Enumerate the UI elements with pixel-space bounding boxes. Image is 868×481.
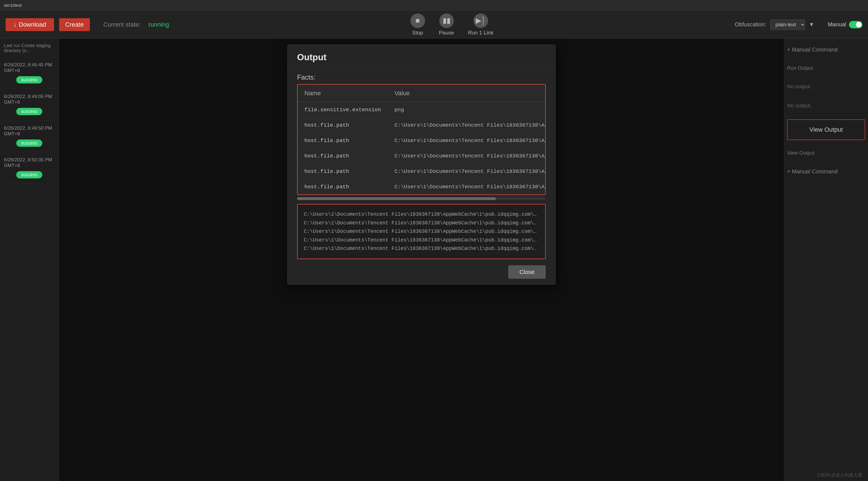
table-cell-name: host.file.path xyxy=(298,118,388,133)
create-button[interactable]: Create xyxy=(59,18,90,31)
obfuscation-label: Obfuscation: xyxy=(735,21,766,28)
stop-button[interactable]: ■ Stop xyxy=(410,13,425,36)
table-cell-value: C:\Users\1\Documents\Tencent Files\18363… xyxy=(388,164,546,179)
col-value-header: Value xyxy=(388,85,546,102)
timeline-time: 6/26/2022, 8:49:50 PM GMT+8 xyxy=(4,125,55,137)
scroll-thumb xyxy=(297,197,496,200)
table-cell-value: C:\Users\1\Documents\Tencent Files\18363… xyxy=(388,118,546,133)
table-cell-name: host.file.path xyxy=(298,148,388,164)
manual-command-top-button[interactable]: + Manual Command xyxy=(787,44,865,55)
terminal-line: C:\Users\1\Documents\Tencent Files\18363… xyxy=(304,244,539,253)
right-panel: + Manual Command Run Output No output. N… xyxy=(784,39,868,481)
table-cell-name: file.sensitive.extension xyxy=(298,102,388,118)
main-layout: Last run Create staging directory (o... … xyxy=(0,39,868,481)
timeline-item: 6/26/2022, 8:50:35 PM GMT+8 success xyxy=(0,152,59,184)
sidebar: Last run Create staging directory (o... … xyxy=(0,39,59,481)
run-icon: ▶│ xyxy=(473,13,488,28)
terminal-line: C:\Users\1\Documents\Tencent Files\18363… xyxy=(304,227,539,236)
table-row: host.file.pathC:\Users\1\Documents\Tence… xyxy=(298,179,546,195)
modal-overlay: Output Facts: Name Value file.sensitive.… xyxy=(59,39,784,481)
manual-command-bottom-button[interactable]: + Manual Command xyxy=(787,166,865,177)
table-cell-name: host.file.path xyxy=(298,179,388,195)
chevron-down-icon: ▼ xyxy=(809,21,814,28)
table-row: host.file.pathC:\Users\1\Documents\Tence… xyxy=(298,133,546,148)
terminal-line: C:\Users\1\Documents\Tencent Files\18363… xyxy=(304,210,539,219)
table-row: host.file.pathC:\Users\1\Documents\Tence… xyxy=(298,164,546,179)
table-row: host.file.pathC:\Users\1\Documents\Tence… xyxy=(298,148,546,164)
table-cell-value: C:\Users\1\Documents\Tencent Files\18363… xyxy=(388,179,546,195)
table-row: host.file.pathC:\Users\1\Documents\Tence… xyxy=(298,118,546,133)
toolbar: ↓ Download Create Current state: running… xyxy=(0,11,868,39)
timeline-badge: success xyxy=(16,171,42,178)
timeline-badge: success xyxy=(16,108,42,115)
timeline-time: 6/26/2022, 8:50:35 PM GMT+8 xyxy=(4,157,55,168)
table-cell-value: C:\Users\1\Documents\Tencent Files\18363… xyxy=(388,148,546,164)
timeline-item: 6/26/2022, 8:49:50 PM GMT+8 success xyxy=(0,120,59,152)
timeline-time: 6/26/2022, 8:46:45 PM GMT+8 xyxy=(4,62,55,73)
run-output-label: Run Output xyxy=(787,64,865,73)
view-output-label-2: View Output xyxy=(787,148,865,158)
no-output-1: No output. xyxy=(787,81,865,92)
close-button[interactable]: Close xyxy=(508,265,546,279)
terminal-line: C:\Users\1\Documents\Tencent Files\18363… xyxy=(304,236,539,245)
center-controls: ■ Stop ▮▮ Pause ▶│ Run 1 Link xyxy=(410,13,494,36)
table-cell-name: host.file.path xyxy=(298,164,388,179)
facts-table-wrap: Name Value file.sensitive.extensionpngho… xyxy=(297,84,546,195)
run-button[interactable]: ▶│ Run 1 Link xyxy=(468,13,493,36)
watermark: CSDN @迷人的派大星 xyxy=(817,472,862,478)
download-button[interactable]: ↓ Download xyxy=(6,18,54,31)
view-output-button[interactable]: View Output xyxy=(787,119,865,140)
col-name-header: Name xyxy=(298,85,388,102)
obfuscation-area: Obfuscation: plain-text ▼ xyxy=(735,20,814,30)
timeline-badge: success xyxy=(16,76,42,84)
table-row: file.sensitive.extensionpng xyxy=(298,102,546,118)
scroll-indicator[interactable] xyxy=(297,197,546,200)
pause-button[interactable]: ▮▮ Pause xyxy=(439,13,454,36)
pause-icon: ▮▮ xyxy=(439,13,454,28)
manual-toggle-switch[interactable] xyxy=(849,21,862,28)
stop-icon: ■ xyxy=(410,13,425,28)
terminal-output: C:\Users\1\Documents\Tencent Files\18363… xyxy=(297,204,546,259)
no-output-2: No output. xyxy=(787,100,865,111)
table-cell-value: C:\Users\1\Documents\Tencent Files\18363… xyxy=(388,133,546,148)
output-modal: Output Facts: Name Value file.sensitive.… xyxy=(287,44,556,285)
manual-label: Manual xyxy=(828,21,846,28)
facts-table: Name Value file.sensitive.extensionpngho… xyxy=(298,85,546,194)
center-content: Output Facts: Name Value file.sensitive.… xyxy=(59,39,784,481)
modal-footer: Close xyxy=(287,259,556,285)
modal-title: Output xyxy=(297,52,546,62)
timeline-item: 6/26/2022, 8:49:05 PM GMT+8 success xyxy=(0,89,59,120)
manual-toggle: Manual xyxy=(828,21,862,28)
facts-label: Facts: xyxy=(287,68,556,84)
timeline-badge: success xyxy=(16,140,42,147)
timeline-item: 6/26/2022, 8:46:45 PM GMT+8 success xyxy=(0,57,59,89)
last-run-label: Last run Create staging directory (o... xyxy=(0,43,59,57)
app-title: win10test xyxy=(4,3,22,7)
titlebar: win10test xyxy=(0,0,868,11)
obfuscation-select[interactable]: plain-text xyxy=(770,20,805,30)
modal-header: Output xyxy=(287,44,556,68)
state-label: Current state: xyxy=(103,21,141,28)
table-cell-name: host.file.path xyxy=(298,133,388,148)
state-value: running xyxy=(148,21,169,28)
timeline-time: 6/26/2022, 8:49:05 PM GMT+8 xyxy=(4,94,55,105)
table-cell-value: png xyxy=(388,102,546,118)
terminal-line: C:\Users\1\Documents\Tencent Files\18363… xyxy=(304,219,539,228)
